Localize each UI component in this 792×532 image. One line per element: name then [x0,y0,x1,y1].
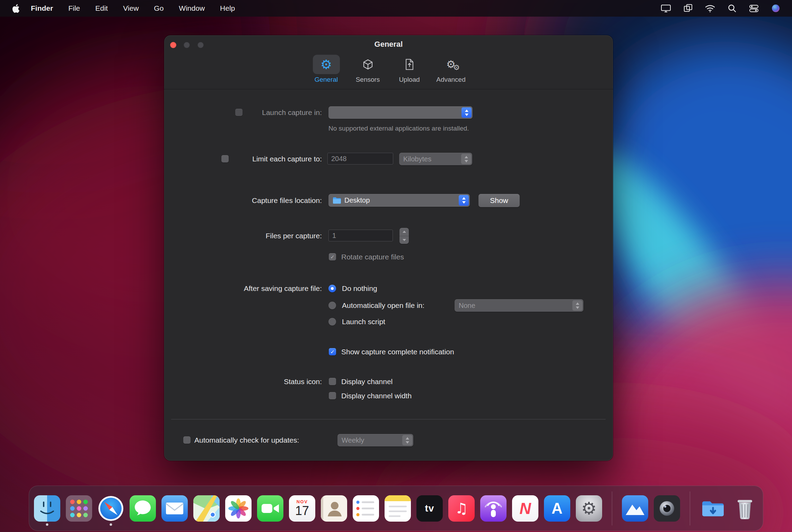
stepper-up-icon[interactable] [399,228,409,236]
auto-open-radio[interactable] [328,302,336,309]
dock-news-icon[interactable]: N [512,495,538,522]
files-per-capture-field[interactable]: 1 [328,230,393,241]
dock-contacts-icon[interactable] [321,495,347,522]
capture-unit-popup[interactable]: Kilobytes [399,153,472,165]
display-channel-width-checkbox[interactable] [329,392,336,399]
do-nothing-radio[interactable] [328,285,336,292]
dock-capture-app-icon[interactable] [654,495,680,522]
notification-label: Show capture complete notification [341,347,454,357]
popup-chevrons-icon [402,435,412,445]
dock-mail-icon[interactable] [161,495,188,522]
window-content: Launch capture in: No supported external… [164,35,613,461]
dock-calendar-icon[interactable]: NOV17 [289,495,315,522]
dock-notes-icon[interactable] [385,495,411,522]
dock-reminders-icon[interactable] [353,495,379,522]
display-icon[interactable] [661,4,671,13]
spotlight-icon[interactable] [728,4,737,13]
show-button[interactable]: Show [478,194,520,207]
menu-edit[interactable]: Edit [95,4,108,12]
popup-chevrons-icon [459,195,469,206]
popup-chevrons-icon [461,154,471,164]
dock-launchpad-icon[interactable] [66,495,92,522]
dock-trash-icon[interactable] [732,495,758,522]
dock-system-preferences-icon[interactable]: ⚙ [576,495,602,522]
menu-go[interactable]: Go [154,4,164,12]
capture-size-field[interactable]: 2048 [327,153,393,165]
dock-photos-icon[interactable] [225,495,252,522]
after-saving-label: After saving capture file: [164,284,322,293]
launch-capture-popup[interactable] [328,106,473,119]
limit-capture-label: Limit each capture to: [164,154,322,164]
check-updates-label: Automatically check for updates: [194,435,299,445]
check-updates-checkbox[interactable] [183,436,191,444]
auto-open-label: Automatically open file in: [342,301,424,310]
menu-file[interactable]: File [68,4,80,12]
display-channel-label: Display channel [341,377,393,387]
dock-separator [690,491,690,525]
section-divider [171,419,606,419]
capture-location-label: Capture files location: [164,196,322,205]
dock-separator [612,491,612,525]
popup-chevrons-icon [572,300,582,311]
display-channel-width-label: Display channel width [341,391,412,401]
update-frequency-popup[interactable]: Weekly [337,434,413,446]
launch-capture-label: Launch capture in: [164,108,322,117]
stepper-down-icon[interactable] [399,236,409,244]
dock-app-store-icon[interactable]: A [544,495,570,522]
notification-checkbox[interactable] [329,348,336,355]
windows-icon[interactable] [684,4,693,13]
popup-chevrons-icon [461,107,472,118]
auto-open-app-popup[interactable]: None [455,299,583,312]
files-per-capture-label: Files per capture: [164,231,322,241]
menu-app-name[interactable]: Finder [31,4,53,12]
menu-help[interactable]: Help [220,4,235,12]
dock-messages-icon[interactable] [130,495,156,522]
menu-bar: Finder File Edit View Go Window Help [0,0,792,17]
dock-maps-icon[interactable] [193,495,220,522]
rotate-files-label: Rotate capture files [341,252,404,262]
menu-view[interactable]: View [123,4,139,12]
status-icon-label: Status icon: [164,377,322,387]
launch-script-radio[interactable] [328,318,336,326]
menu-window[interactable]: Window [179,4,205,12]
dock-music-icon[interactable]: ♫ [448,495,475,522]
dock-finder-icon[interactable] [34,495,60,522]
dock-downloads-icon[interactable] [700,495,726,522]
capture-location-popup[interactable]: Desktop [328,194,470,207]
display-channel-checkbox[interactable] [329,378,336,385]
dock-blue-utility-app-icon[interactable] [622,495,648,522]
apple-menu[interactable] [12,4,20,13]
dock-podcasts-icon[interactable] [480,495,507,522]
launch-script-label: Launch script [342,317,385,327]
dock-safari-icon[interactable] [98,495,124,522]
folder-icon [333,197,341,204]
siri-icon[interactable] [771,4,780,13]
rotate-files-checkbox[interactable] [329,253,336,260]
preferences-window: General ⚙ General Sensors Upload ⚙⚙ Adva [164,35,613,461]
no-apps-note: No supported external applications are i… [328,125,469,132]
wifi-icon[interactable] [705,5,715,12]
control-center-icon[interactable] [749,4,759,13]
do-nothing-label: Do nothing [342,284,377,293]
desktop: { "menu_bar": { "app_name": "Finder", "m… [0,0,792,532]
dock-tv-icon[interactable]: tv [416,495,443,522]
dock-facetime-icon[interactable] [257,495,283,522]
files-per-capture-stepper[interactable] [399,228,409,244]
dock: NOV17tv♫NA⚙ [29,486,763,531]
